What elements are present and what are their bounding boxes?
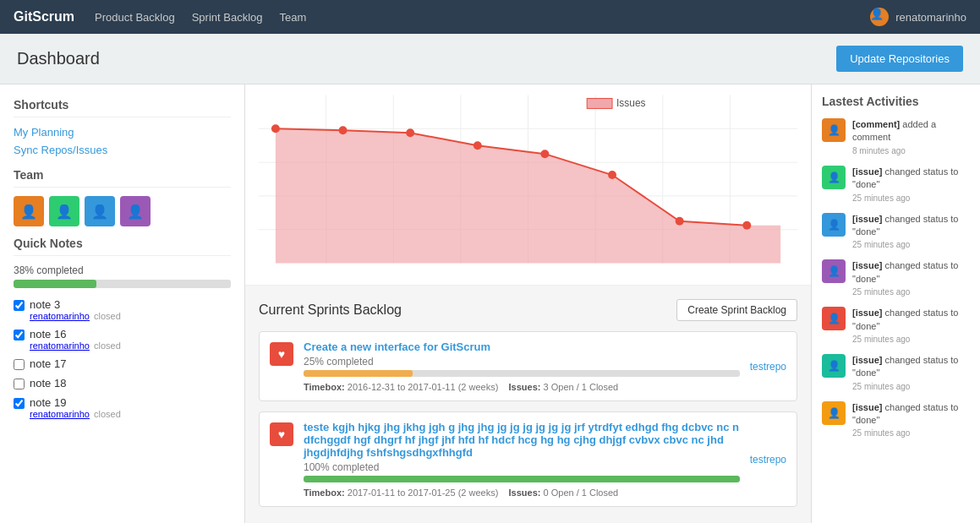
svg-point-16 <box>474 141 482 150</box>
team-avatars: 👤 👤 👤 👤 <box>14 196 231 226</box>
activity-text-6: [issue] changed status to "done" <box>852 401 970 428</box>
progress-label: 38% completed <box>14 264 231 276</box>
main-layout: Shortcuts My Planning Sync Repos/Issues … <box>0 84 980 523</box>
note-3-meta: renatomarinho closed <box>30 311 121 321</box>
sidebar: Shortcuts My Planning Sync Repos/Issues … <box>0 84 245 523</box>
sprint-2-heart-icon[interactable]: ♥ <box>270 422 293 446</box>
activity-item: 👤 [issue] changed status to "done" 25 mi… <box>822 259 970 297</box>
sprints-section-title: Current Sprints Backlog <box>259 302 402 318</box>
brand-logo[interactable]: GitScrum <box>14 9 74 25</box>
shortcuts-title: Shortcuts <box>14 98 231 117</box>
activities-list: 👤 [comment] added a comment 8 minutes ag… <box>822 118 970 438</box>
activity-item: 👤 [issue] changed status to "done" 25 mi… <box>822 166 970 203</box>
activity-avatar-3: 👤 <box>822 259 846 283</box>
sprint-1-pct: 25% completed <box>304 356 740 368</box>
activity-item: 👤 [issue] changed status to "done" 25 mi… <box>822 354 970 391</box>
activity-avatar-1: 👤 <box>822 166 846 189</box>
activity-time-3: 25 minutes ago <box>852 287 970 297</box>
page-title: Dashboard <box>17 49 100 68</box>
create-sprint-button[interactable]: Create Sprint Backlog <box>676 299 797 321</box>
activity-avatar-5: 👤 <box>822 354 846 378</box>
note-item-16: note 16 renatomarinho closed <box>14 328 231 351</box>
team-avatar-3[interactable]: 👤 <box>85 196 115 226</box>
sprint-card-2: ♥ teste kgjh hjkg jhg jkhg jgh g jhg jhg… <box>259 411 797 507</box>
svg-rect-21 <box>587 98 612 108</box>
nav-sprint-backlog[interactable]: Sprint Backlog <box>192 11 263 24</box>
activity-time-5: 25 minutes ago <box>852 382 970 391</box>
note-17-label: note 17 <box>30 357 66 370</box>
activity-avatar-6: 👤 <box>822 401 846 425</box>
note-item-17: note 17 <box>14 357 231 370</box>
sprint-card-1: ♥ Create a new interface for GitScrum 25… <box>259 331 797 401</box>
activity-avatar-2: 👤 <box>822 213 846 237</box>
activity-time-6: 25 minutes ago <box>852 428 970 438</box>
activity-text-1: [issue] changed status to "done" <box>852 166 970 192</box>
activity-time-1: 25 minutes ago <box>852 193 970 203</box>
note-item-19: note 19 renatomarinho closed <box>14 396 231 419</box>
note-3-label: note 3 <box>30 298 121 311</box>
note-19-checkbox[interactable] <box>14 398 25 409</box>
activity-avatar-0: 👤 <box>822 118 846 142</box>
svg-text:Issues: Issues <box>616 97 646 109</box>
svg-point-18 <box>608 171 616 179</box>
sprint-1-heart-icon[interactable]: ♥ <box>270 342 293 366</box>
nav-team[interactable]: Team <box>280 11 307 24</box>
activity-text-0: [comment] added a comment <box>852 118 970 144</box>
nav-links: Product Backlog Sprint Backlog Team <box>95 11 870 24</box>
activities-title: Lastest Activities <box>822 95 970 108</box>
activity-item: 👤 [issue] changed status to "done" 25 mi… <box>822 401 970 439</box>
username: renatomarinho <box>895 11 966 24</box>
activity-text-3: [issue] changed status to "done" <box>852 259 970 286</box>
update-repositories-button[interactable]: Update Repositories <box>836 46 963 72</box>
sprint-2-repo-link[interactable]: testrepo <box>750 454 786 466</box>
team-avatar-2[interactable]: 👤 <box>49 196 79 226</box>
note-18-checkbox[interactable] <box>14 379 25 390</box>
activity-time-4: 25 minutes ago <box>852 335 970 344</box>
note-item-18: note 18 <box>14 377 231 390</box>
chart-wrapper: Issues <box>259 95 797 275</box>
team-avatar-4[interactable]: 👤 <box>120 196 151 226</box>
activity-time-2: 25 minutes ago <box>852 240 970 249</box>
activity-text-2: [issue] changed status to "done" <box>852 213 970 239</box>
sprint-1-meta: Timebox: 2016-12-31 to 2017-01-11 (2 wee… <box>304 382 740 392</box>
svg-point-20 <box>742 221 751 230</box>
activity-item: 👤 [issue] changed status to "done" 25 mi… <box>822 307 970 344</box>
my-planning-link[interactable]: My Planning <box>14 126 231 139</box>
note-16-meta: renatomarinho closed <box>30 340 121 351</box>
sprint-2-progress-fill <box>304 476 740 482</box>
note-19-label: note 19 <box>30 396 121 409</box>
sprint-2-title-link[interactable]: teste kgjh hjkg jhg jkhg jgh g jhg jhg j… <box>304 421 739 459</box>
sprints-header: Current Sprints Backlog Create Sprint Ba… <box>259 299 797 321</box>
sprint-2-progress-bar <box>304 476 740 482</box>
note-18-label: note 18 <box>30 377 66 390</box>
sprint-1-title-link[interactable]: Create a new interface for GitScrum <box>304 340 490 353</box>
quick-notes-title: Quick Notes <box>14 237 231 256</box>
sprint-2-meta: Timebox: 2017-01-11 to 2017-01-25 (2 wee… <box>304 488 740 498</box>
sync-repos-link[interactable]: Sync Repos/Issues <box>14 144 231 156</box>
note-17-checkbox[interactable] <box>14 359 25 370</box>
activity-text-4: [issue] changed status to "done" <box>852 307 970 333</box>
nav-product-backlog[interactable]: Product Backlog <box>95 11 175 24</box>
activity-item: 👤 [comment] added a comment 8 minutes ag… <box>822 118 970 155</box>
nav-user: 👤 renatomarinho <box>870 8 966 26</box>
team-title: Team <box>14 168 231 188</box>
svg-point-13 <box>271 124 280 133</box>
sprint-1-progress-fill <box>304 370 413 377</box>
sprint-1-repo-link[interactable]: testrepo <box>750 361 786 373</box>
note-16-label: note 16 <box>30 328 121 340</box>
team-avatar-1[interactable]: 👤 <box>14 196 44 226</box>
activity-item: 👤 [issue] changed status to "done" 25 mi… <box>822 213 970 250</box>
burndown-chart: Issues <box>259 95 797 272</box>
sprint-1-progress-bar <box>304 370 740 377</box>
user-avatar: 👤 <box>870 8 889 26</box>
notes-progress-fill <box>14 280 96 288</box>
note-3-checkbox[interactable] <box>14 300 25 311</box>
header-bar: Dashboard Update Repositories <box>0 34 980 84</box>
svg-point-17 <box>540 150 549 158</box>
notes-progress-bar <box>14 280 231 288</box>
activity-time-0: 8 minutes ago <box>852 146 970 155</box>
note-item-3: note 3 renatomarinho closed <box>14 298 231 321</box>
note-16-checkbox[interactable] <box>14 330 25 340</box>
chart-section: Issues <box>245 84 811 286</box>
svg-point-14 <box>339 126 348 134</box>
